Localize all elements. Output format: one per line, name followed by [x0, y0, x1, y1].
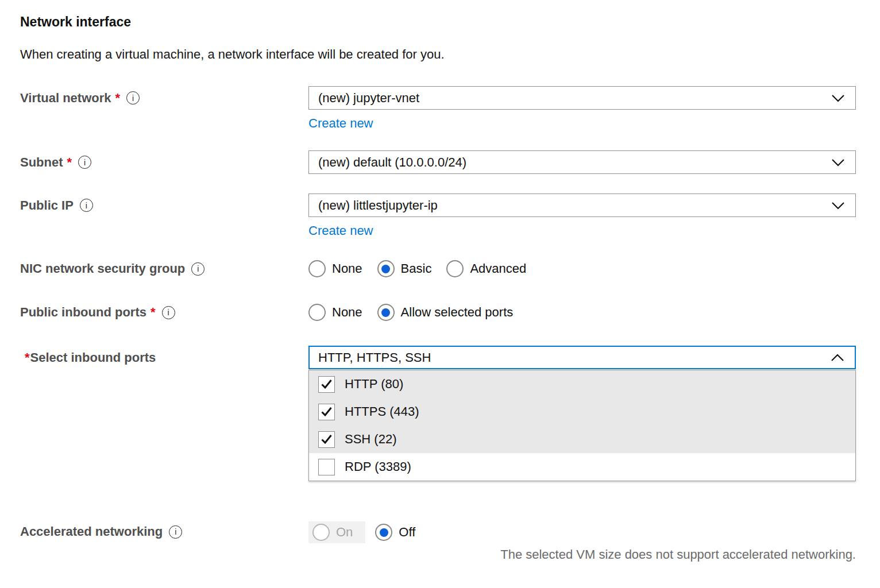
radio-option-none[interactable]: None	[308, 260, 362, 277]
info-icon[interactable]: i	[169, 525, 182, 539]
radio-option-advanced[interactable]: Advanced	[446, 260, 526, 277]
virtual-network-label-group: Virtual network * i	[20, 86, 308, 110]
required-asterisk: *	[67, 155, 72, 170]
info-icon[interactable]: i	[162, 306, 175, 319]
radio-option-none[interactable]: None	[308, 304, 362, 321]
field-row-public-ip: Public IP i (new) littlestjupyter-ip Cre…	[20, 194, 856, 238]
radio-icon	[308, 260, 326, 277]
info-icon[interactable]: i	[80, 199, 93, 212]
network-interface-section: Network interface When creating a virtua…	[0, 0, 880, 562]
checkbox-icon[interactable]	[318, 404, 335, 420]
radio-option-label: Advanced	[470, 261, 526, 276]
subnet-label-group: Subnet * i	[20, 150, 308, 174]
accelerated-networking-radio-group: On Off	[308, 521, 856, 543]
required-asterisk: *	[150, 305, 156, 320]
subnet-label: Subnet	[20, 155, 63, 170]
option-label: RDP (3389)	[345, 459, 411, 474]
accelerated-networking-note: The selected VM size does not support ac…	[308, 547, 856, 562]
public-ip-control: (new) littlestjupyter-ip Create new	[308, 194, 856, 238]
virtual-network-value: (new) jupyter-vnet	[318, 91, 419, 106]
select-inbound-ports-combobox[interactable]: HTTP, HTTPS, SSH	[308, 346, 856, 369]
checkbox-icon[interactable]	[318, 459, 335, 475]
section-description: When creating a virtual machine, a netwo…	[20, 47, 856, 62]
public-inbound-ports-radio-group: None Allow selected ports	[308, 302, 856, 323]
inbound-ports-options-panel: HTTP (80) HTTPS (443) SSH (22)	[308, 370, 856, 481]
nic-nsg-label: NIC network security group	[20, 261, 185, 276]
virtual-network-label: Virtual network	[20, 91, 111, 106]
chevron-up-icon	[831, 354, 844, 362]
radio-option-allow-selected-ports[interactable]: Allow selected ports	[377, 304, 514, 321]
public-ip-value: (new) littlestjupyter-ip	[318, 198, 438, 213]
option-ssh-22[interactable]: SSH (22)	[309, 425, 855, 453]
radio-option-on: On	[308, 521, 365, 543]
radio-option-label: On	[336, 525, 353, 540]
chevron-down-icon	[831, 94, 845, 102]
nic-nsg-label-group: NIC network security group i	[20, 258, 308, 279]
radio-option-label: None	[332, 305, 362, 320]
info-icon[interactable]: i	[78, 156, 91, 169]
subnet-control: (new) default (10.0.0.0/24)	[308, 150, 856, 174]
subnet-value: (new) default (10.0.0.0/24)	[318, 155, 466, 170]
nic-nsg-radio-group: None Basic Advanced	[308, 258, 856, 279]
info-icon[interactable]: i	[191, 262, 204, 276]
checkbox-icon[interactable]	[318, 376, 335, 393]
option-https-443[interactable]: HTTPS (443)	[309, 398, 855, 425]
option-rdp-3389[interactable]: RDP (3389)	[309, 453, 855, 481]
radio-option-label: Off	[399, 525, 415, 540]
radio-option-basic[interactable]: Basic	[377, 260, 432, 277]
chevron-down-icon	[831, 202, 845, 210]
option-label: HTTPS (443)	[345, 404, 419, 419]
subnet-dropdown[interactable]: (new) default (10.0.0.0/24)	[308, 150, 856, 174]
accelerated-networking-label-group: Accelerated networking i	[20, 521, 308, 542]
radio-option-label: Basic	[401, 261, 432, 276]
radio-selected-icon	[377, 260, 395, 277]
page-title: Network interface	[20, 14, 856, 30]
create-new-public-ip-link[interactable]: Create new	[308, 223, 373, 238]
option-http-80[interactable]: HTTP (80)	[309, 370, 855, 398]
select-inbound-ports-control: HTTP, HTTPS, SSH HTTP (80) HTTPS (443)	[308, 346, 856, 481]
public-inbound-ports-label-group: Public inbound ports * i	[20, 302, 308, 323]
field-row-virtual-network: Virtual network * i (new) jupyter-vnet C…	[20, 86, 856, 131]
virtual-network-control: (new) jupyter-vnet Create new	[308, 86, 856, 131]
required-asterisk: *	[115, 91, 121, 106]
public-inbound-ports-label: Public inbound ports	[20, 305, 146, 320]
field-row-subnet: Subnet * i (new) default (10.0.0.0/24)	[20, 150, 856, 174]
field-row-select-inbound-ports: * Select inbound ports HTTP, HTTPS, SSH …	[20, 346, 856, 481]
option-label: SSH (22)	[345, 432, 396, 447]
radio-icon	[308, 304, 326, 321]
select-inbound-ports-label-group: * Select inbound ports	[20, 346, 308, 369]
radio-option-label: Allow selected ports	[401, 305, 514, 320]
radio-selected-icon	[377, 304, 395, 321]
virtual-network-dropdown[interactable]: (new) jupyter-vnet	[308, 86, 856, 110]
chevron-down-icon	[831, 158, 845, 167]
field-row-accelerated-networking: Accelerated networking i On Off The sele…	[20, 521, 856, 562]
public-ip-label-group: Public IP i	[20, 194, 308, 217]
public-ip-dropdown[interactable]: (new) littlestjupyter-ip	[308, 194, 856, 217]
create-new-virtual-network-link[interactable]: Create new	[308, 116, 373, 130]
field-row-nic-nsg: NIC network security group i None Basic …	[20, 258, 856, 279]
select-inbound-ports-value: HTTP, HTTPS, SSH	[318, 350, 431, 365]
radio-option-label: None	[332, 261, 362, 276]
option-label: HTTP (80)	[345, 377, 403, 392]
radio-icon	[446, 260, 464, 277]
nic-nsg-control: None Basic Advanced	[308, 258, 856, 279]
accelerated-networking-label: Accelerated networking	[20, 524, 163, 539]
field-row-public-inbound-ports: Public inbound ports * i None Allow sele…	[20, 302, 856, 323]
checkbox-icon[interactable]	[318, 431, 335, 448]
info-icon[interactable]: i	[126, 91, 140, 105]
public-inbound-ports-control: None Allow selected ports	[308, 302, 856, 323]
required-asterisk: *	[25, 350, 30, 365]
radio-disabled-icon	[312, 524, 330, 541]
accelerated-networking-control: On Off The selected VM size does not sup…	[308, 521, 856, 562]
select-inbound-ports-label: Select inbound ports	[30, 350, 156, 365]
public-ip-label: Public IP	[20, 198, 74, 213]
radio-selected-icon	[375, 524, 392, 541]
radio-option-off[interactable]: Off	[375, 524, 415, 541]
